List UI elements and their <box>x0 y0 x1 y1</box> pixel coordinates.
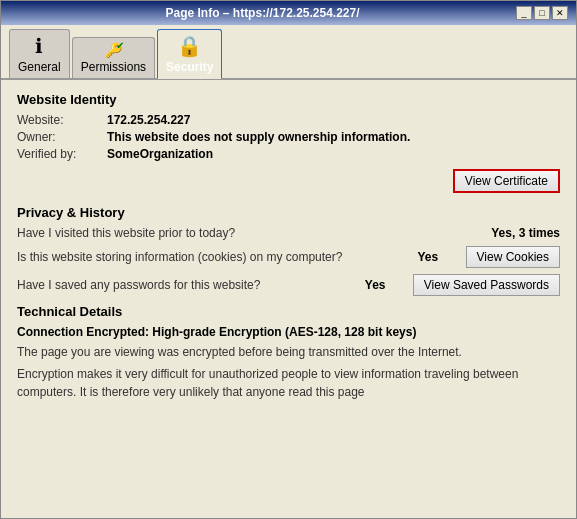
website-identity-table: Website: 172.25.254.227 Owner: This webs… <box>17 113 560 161</box>
maximize-button[interactable]: □ <box>534 6 550 20</box>
privacy-answer-0: Yes, 3 times <box>491 226 560 240</box>
technical-details-section: Technical Details Connection Encrypted: … <box>17 304 560 401</box>
tab-general[interactable]: ℹ General <box>9 29 70 78</box>
privacy-row-0: Have I visited this website prior to tod… <box>17 226 560 240</box>
main-window: Page Info – https://172.25.254.227/ _ □ … <box>0 0 577 519</box>
minimize-button[interactable]: _ <box>516 6 532 20</box>
content-area: Website Identity Website: 172.25.254.227… <box>1 80 576 518</box>
technical-details-title: Technical Details <box>17 304 560 319</box>
general-icon: ℹ <box>35 34 43 58</box>
privacy-question-2: Have I saved any passwords for this webs… <box>17 278 357 292</box>
title-bar: Page Info – https://172.25.254.227/ _ □ … <box>1 1 576 25</box>
tech-highlight: Connection Encrypted: High-grade Encrypt… <box>17 325 560 339</box>
close-button[interactable]: ✕ <box>552 6 568 20</box>
security-icon: 🔒 <box>177 34 202 58</box>
window-title: Page Info – https://172.25.254.227/ <box>9 6 516 20</box>
privacy-row-2: Have I saved any passwords for this webs… <box>17 274 560 296</box>
website-row: Website: 172.25.254.227 <box>17 113 560 127</box>
tab-bar: ℹ General 🔑✔ Permissions 🔒 Security <box>1 25 576 80</box>
website-label: Website: <box>17 113 107 127</box>
verified-label: Verified by: <box>17 147 107 161</box>
window-controls: _ □ ✕ <box>516 6 568 20</box>
website-identity-title: Website Identity <box>17 92 560 107</box>
tab-permissions-label: Permissions <box>81 60 146 74</box>
website-value: 172.25.254.227 <box>107 113 560 127</box>
owner-label: Owner: <box>17 130 107 144</box>
permissions-icon: 🔑✔ <box>105 42 122 58</box>
owner-row: Owner: This website does not supply owne… <box>17 130 560 144</box>
tech-paragraph-2: Encryption makes it very difficult for u… <box>17 365 560 401</box>
verified-value: SomeOrganization <box>107 147 560 161</box>
privacy-rows: Have I visited this website prior to tod… <box>17 226 560 296</box>
tab-permissions[interactable]: 🔑✔ Permissions <box>72 37 155 78</box>
privacy-row-1: Is this website storing information (coo… <box>17 246 560 268</box>
verified-row: Verified by: SomeOrganization <box>17 147 560 161</box>
tech-paragraph-1: The page you are viewing was encrypted b… <box>17 343 560 361</box>
privacy-answer-1: Yes <box>418 250 458 264</box>
privacy-history-title: Privacy & History <box>17 205 560 220</box>
tab-security-label: Security <box>166 60 213 74</box>
privacy-question-1: Is this website storing information (coo… <box>17 250 410 264</box>
view-saved-passwords-button[interactable]: View Saved Passwords <box>413 274 560 296</box>
privacy-question-0: Have I visited this website prior to tod… <box>17 226 483 240</box>
tab-general-label: General <box>18 60 61 74</box>
tab-security[interactable]: 🔒 Security <box>157 29 222 79</box>
view-cert-row: View Certificate <box>17 169 560 193</box>
view-certificate-button[interactable]: View Certificate <box>453 169 560 193</box>
view-cookies-button[interactable]: View Cookies <box>466 246 560 268</box>
owner-value: This website does not supply ownership i… <box>107 130 560 144</box>
privacy-answer-2: Yes <box>365 278 405 292</box>
